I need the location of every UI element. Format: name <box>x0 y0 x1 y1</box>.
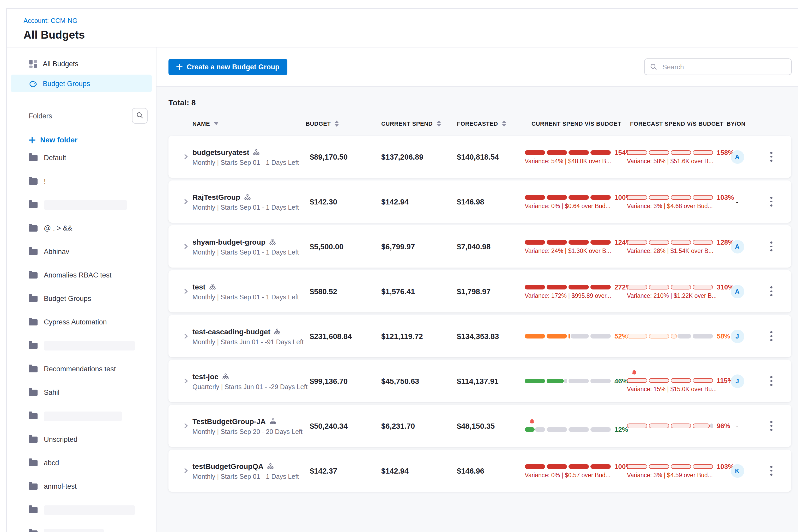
byon-cell: J <box>723 360 752 402</box>
sort-icon[interactable] <box>335 120 339 127</box>
table-row[interactable]: budgetsuryatest Monthly | Starts Sep 01 … <box>169 136 791 178</box>
search-input[interactable] <box>661 62 786 71</box>
forecasted-amount: $114,137.91 <box>454 360 525 402</box>
forecast-vs-budget-cell: 103%Variance: 3% | $4.59 over Bud... <box>627 450 723 492</box>
forecast-progress-bar <box>627 285 713 289</box>
column-header-budget[interactable]: BUDGET <box>306 120 379 127</box>
budget-amount: $99,136.70 <box>306 360 379 402</box>
sidebar-folder-item[interactable]: @ . > && <box>7 216 156 240</box>
folder-icon <box>29 249 38 255</box>
table-header-row: NAME BUDGET CURRENT SPEND <box>169 120 791 127</box>
expand-chevron-icon[interactable] <box>182 377 190 385</box>
row-menu-button[interactable] <box>767 373 776 389</box>
budget-group-name[interactable]: test-joe <box>192 373 218 381</box>
row-menu-button[interactable] <box>767 239 776 254</box>
new-folder-button[interactable]: New folder <box>29 136 156 144</box>
budget-group-name[interactable]: TestBudgetGroup-JA <box>192 417 266 425</box>
sidebar-item-all-budgets[interactable]: All Budgets <box>11 55 152 73</box>
sidebar-folder-item[interactable]: Recommendations test <box>7 357 156 381</box>
table-row[interactable]: test-cascading-budget Monthly | Starts J… <box>169 315 791 357</box>
current-spend-amount: $137,206.89 <box>379 136 454 178</box>
expand-chevron-icon[interactable] <box>182 332 190 340</box>
folder-name: abcd <box>44 459 59 467</box>
current-spend-amount: $6,799.97 <box>379 225 454 268</box>
folder-icon <box>29 225 38 231</box>
expand-chevron-icon[interactable] <box>182 422 190 430</box>
forecast-vs-budget-cell: 128%Variance: 28% | $1.54K over B... <box>627 225 723 268</box>
sidebar-folder-item[interactable] <box>7 404 156 428</box>
expand-chevron-icon[interactable] <box>182 198 190 206</box>
sidebar-folder-item[interactable]: Abhinav <box>7 240 156 263</box>
row-menu-button[interactable] <box>767 463 776 479</box>
sort-desc-icon[interactable] <box>214 122 218 125</box>
budget-amount: $5,500.00 <box>306 225 379 268</box>
budget-amount: $142.30 <box>306 180 379 223</box>
current-vs-budget-cell: 100%Variance: 0% | $0.64 over Bud... <box>525 180 627 223</box>
expand-chevron-icon[interactable] <box>182 153 190 160</box>
table-row[interactable]: shyam-budget-group Monthly | Starts Sep … <box>169 225 791 268</box>
sidebar-folder-item[interactable]: Unscripted <box>7 428 156 451</box>
sort-icon[interactable] <box>436 120 441 127</box>
row-menu-button[interactable] <box>767 194 776 210</box>
budget-group-name[interactable]: budgetsuryatest <box>192 148 249 156</box>
budget-amount: $231,608.84 <box>306 315 379 357</box>
expand-chevron-icon[interactable] <box>182 287 190 295</box>
forecast-vs-budget-cell: 115%Variance: 15% | $15.0K over Bu... <box>627 360 723 402</box>
sidebar-item-budget-groups[interactable]: Budget Groups <box>11 75 152 92</box>
column-header-name[interactable]: NAME <box>192 120 306 127</box>
sidebar-folder-item[interactable]: anmol-test <box>7 475 156 498</box>
row-menu-button[interactable] <box>767 328 776 344</box>
forecasted-amount: $140,818.54 <box>454 136 525 178</box>
folder-icon <box>29 483 38 490</box>
sidebar-folder-item[interactable] <box>7 193 156 216</box>
column-header-current-vs-budget: CURRENT SPEND V/S BUDGET <box>525 120 627 127</box>
table-row[interactable]: test-joe Quarterly | Starts Jun 01 - -29… <box>169 360 791 402</box>
sidebar-folder-item[interactable]: ! <box>7 170 156 193</box>
sidebar-folder-item[interactable]: abcd <box>7 451 156 475</box>
forecasted-amount: $134,353.83 <box>454 315 525 357</box>
sidebar-folder-item[interactable]: Default <box>7 146 156 170</box>
table-row[interactable]: testBudgetGroupQA Monthly | Starts Sep 0… <box>169 450 791 492</box>
column-header-forecasted[interactable]: FORECASTED <box>454 120 525 127</box>
avatar: A <box>730 240 744 253</box>
byon-cell: A <box>723 136 752 178</box>
budget-group-name[interactable]: testBudgetGroupQA <box>192 462 263 471</box>
sidebar-folder-item[interactable] <box>7 334 156 357</box>
sidebar-folder-item[interactable]: Budget Groups <box>7 287 156 310</box>
expand-chevron-icon[interactable] <box>182 243 190 250</box>
row-menu-button[interactable] <box>767 149 776 165</box>
budget-schedule: Monthly | Starts Jun 01 - -91 Days Left <box>192 339 306 346</box>
spend-progress-bar <box>525 334 611 339</box>
folder-name: Recommendations test <box>44 365 116 373</box>
budget-group-name[interactable]: test <box>192 283 206 291</box>
budget-schedule: Monthly | Starts Sep 20 - 20 Days Left <box>192 428 306 436</box>
column-header-current-spend[interactable]: CURRENT SPEND <box>379 120 454 127</box>
hierarchy-icon <box>253 149 260 155</box>
budget-group-name[interactable]: RajTestGroup <box>192 193 240 201</box>
sidebar-folder-item[interactable]: Sahil <box>7 381 156 404</box>
table-row[interactable]: TestBudgetGroup-JA Monthly | Starts Sep … <box>169 405 791 447</box>
row-menu-button[interactable] <box>767 283 776 299</box>
table-row[interactable]: test Monthly | Starts Sep 01 - 1 Days Le… <box>169 270 791 312</box>
expand-chevron-icon[interactable] <box>182 467 190 475</box>
folder-search-button[interactable] <box>132 108 148 124</box>
sidebar-folder-item[interactable]: Cypress Automation <box>7 310 156 334</box>
variance-label: Variance: 0% | $0.57 over Bud... <box>525 472 627 478</box>
sort-icon[interactable] <box>502 120 507 127</box>
spend-progress-bar <box>525 150 611 155</box>
budget-group-name[interactable]: test-cascading-budget <box>192 327 270 336</box>
budget-amount: $580.52 <box>306 270 379 312</box>
plus-icon <box>176 64 183 70</box>
sidebar-folder-item[interactable] <box>7 521 156 532</box>
budget-group-name[interactable]: shyam-budget-group <box>192 238 265 246</box>
table-row[interactable]: RajTestGroup Monthly | Starts Sep 01 - 1… <box>169 180 791 223</box>
create-budget-group-button[interactable]: Create a new Budget Group <box>169 59 287 75</box>
folders-title: Folders <box>29 112 52 120</box>
sidebar-folder-item[interactable] <box>7 498 156 521</box>
folder-icon <box>29 413 38 419</box>
byon-cell: - <box>723 405 752 447</box>
search-field[interactable] <box>644 58 792 75</box>
sidebar-folder-item[interactable]: Anomalies RBAC test <box>7 263 156 287</box>
row-menu-button[interactable] <box>767 418 776 434</box>
account-breadcrumb-link[interactable]: Account: CCM-NG <box>23 17 798 24</box>
